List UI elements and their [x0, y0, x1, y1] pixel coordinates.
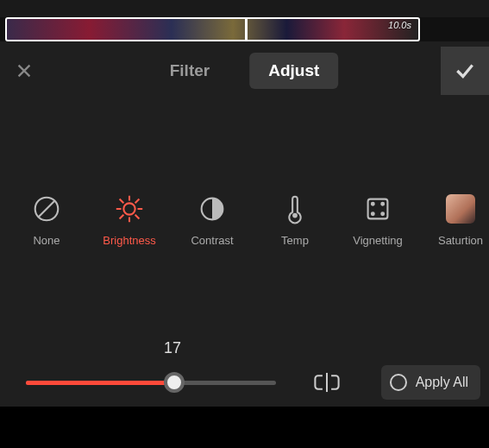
confirm-button[interactable] — [441, 47, 489, 95]
timeline[interactable]: 10.0s — [0, 17, 489, 41]
vignette-icon — [361, 192, 394, 225]
clip-thumbnail[interactable] — [5, 17, 420, 41]
check-icon — [454, 60, 476, 82]
tab-adjust[interactable]: Adjust — [249, 53, 338, 89]
adjust-item-saturation[interactable]: Saturtion — [433, 192, 488, 262]
panel-header: Filter Adjust — [0, 47, 489, 95]
saturation-icon — [446, 194, 475, 224]
adjust-item-contrast[interactable]: Contrast — [185, 192, 240, 262]
close-icon — [15, 61, 34, 80]
adjust-item-vignetting[interactable]: Vignetting — [350, 192, 405, 262]
compare-icon — [312, 369, 342, 395]
compare-button[interactable] — [310, 367, 344, 398]
svg-point-7 — [372, 212, 374, 215]
editor-root: 10.0s Filter Adjust None Brightness — [0, 0, 489, 448]
svg-point-1 — [123, 203, 135, 214]
slider-thumb[interactable] — [164, 372, 185, 393]
value-slider[interactable] — [26, 374, 276, 391]
adjust-options: None Brightness Contrast Temp Vignetting — [0, 192, 489, 262]
brightness-icon — [113, 192, 146, 225]
none-icon — [30, 192, 63, 225]
apply-all-label: Apply All — [416, 375, 468, 390]
slider-track-fill — [26, 381, 172, 385]
svg-rect-4 — [368, 199, 388, 219]
svg-point-8 — [381, 212, 384, 215]
clip-duration: 10.0s — [388, 20, 411, 30]
adjust-item-temp[interactable]: Temp — [267, 192, 323, 262]
close-button[interactable] — [0, 47, 48, 95]
apply-all-button[interactable]: Apply All — [381, 365, 480, 400]
adjust-item-label: Contrast — [191, 234, 233, 247]
circle-icon — [390, 374, 407, 391]
svg-point-6 — [381, 203, 384, 205]
adjust-item-brightness[interactable]: Brightness — [102, 192, 157, 262]
adjust-item-label: Saturtion — [438, 234, 483, 247]
adjust-item-label: Vignetting — [353, 234, 403, 247]
adjust-item-label: Temp — [281, 234, 309, 247]
thermometer-icon — [279, 192, 311, 225]
slider-area: 17 Apply All — [0, 339, 489, 408]
tab-bar: Filter Adjust — [151, 53, 339, 89]
svg-point-5 — [372, 203, 374, 205]
svg-point-3 — [292, 213, 298, 218]
tab-filter[interactable]: Filter — [151, 53, 229, 89]
contrast-icon — [196, 192, 229, 225]
adjust-item-none[interactable]: None — [19, 192, 74, 262]
adjust-item-label: Brightness — [103, 234, 155, 247]
slider-value: 17 — [164, 339, 181, 357]
bottom-nav — [0, 407, 489, 448]
adjust-item-label: None — [33, 234, 60, 247]
adjust-panel: Filter Adjust None Brightness Contrast — [0, 41, 489, 448]
